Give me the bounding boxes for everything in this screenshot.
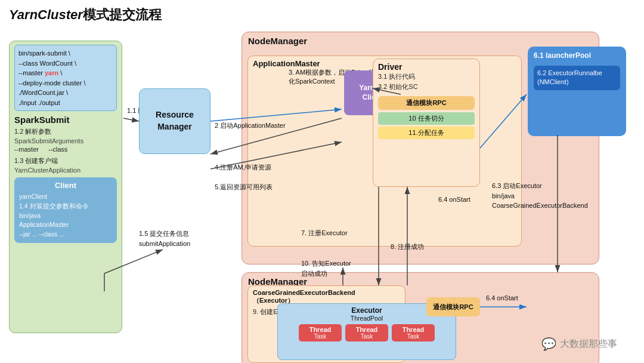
launcher-label: 6.1 launcherPool bbox=[534, 51, 620, 60]
thread-text-1: Thread bbox=[299, 326, 342, 333]
step1-4-detail: bin/javaApplicationMaster--jar ... --cla… bbox=[19, 211, 112, 239]
resource-manager-box: ResourceManager bbox=[139, 88, 210, 154]
wechat-icon: 💬 bbox=[541, 337, 556, 351]
threads-row: Thread Task Thread Task Thread Task bbox=[281, 324, 452, 342]
step1-5-label: 1.5 提交任务信息submitApplication bbox=[139, 229, 190, 248]
watermark: 💬 大数据那些事 bbox=[541, 337, 617, 351]
param-class: --class bbox=[48, 146, 67, 153]
watermark-text: 大数据那些事 bbox=[560, 338, 617, 350]
svg-line-2 bbox=[123, 118, 139, 121]
cgeb-label: CoarseGrainedExecutorBackend（Executor） bbox=[253, 289, 400, 305]
cmd-line5: ./WordCount.jar \ bbox=[18, 88, 113, 98]
page-title: YarnCluster模式提交流程 bbox=[9, 6, 635, 24]
client-box: Client yarnClient 1.4 封装提交参数和命令 bin/java… bbox=[14, 177, 117, 243]
cmd-line2: --class WordCount \ bbox=[18, 59, 113, 69]
title-suffix: 模式提交流程 bbox=[83, 7, 162, 22]
step1-2-class: SparkSubmitArguments bbox=[14, 137, 117, 144]
diagram: bin/spark-submit \ --class WordCount \ -… bbox=[9, 29, 635, 363]
spark-submit-area: bin/spark-submit \ --class WordCount \ -… bbox=[9, 41, 122, 333]
thread-item-1: Thread Task bbox=[299, 324, 342, 342]
yarn-text: yarn bbox=[45, 69, 58, 76]
nm-label-top: NodeManager bbox=[248, 36, 593, 46]
thread-item-3: Thread Task bbox=[392, 324, 435, 342]
thread-item-2: Thread Task bbox=[345, 324, 388, 342]
task-text-2: Task bbox=[345, 333, 388, 340]
params-row: --master --class bbox=[14, 146, 117, 153]
task-assign-box: 11.分配任务 bbox=[378, 127, 475, 139]
executor-runnable-box: 6.2 ExecutorRunnalbe (NMClient) bbox=[534, 66, 620, 90]
thread-text-3: Thread bbox=[392, 326, 435, 333]
rm-label: ResourceManager bbox=[156, 109, 194, 133]
task-split-box: 10 任务切分 bbox=[378, 112, 475, 125]
title-prefix: YarnCluster bbox=[9, 7, 83, 22]
cmd-line3: --master yarn \ bbox=[18, 68, 113, 78]
step1-4: 1.4 封装提交参数和命令 bbox=[19, 202, 112, 211]
driver-label: Driver bbox=[378, 62, 475, 72]
step1-3-class: YarnClusterApplication bbox=[14, 167, 117, 174]
main-container: YarnCluster模式提交流程 bin/spark-submit \ --c… bbox=[0, 0, 644, 363]
spark-submit-label: SparkSubmit bbox=[14, 115, 117, 125]
rpc-bottom: 通信模块RPC bbox=[426, 297, 480, 316]
thread-text-2: Thread bbox=[345, 326, 388, 333]
param-master: --master bbox=[14, 146, 39, 153]
step1-2: 1.2 解析参数 bbox=[14, 127, 117, 136]
cmd-line4: --deploy-mode cluster \ bbox=[18, 78, 113, 88]
cmd-line6: ./input ./output bbox=[18, 98, 113, 108]
yarn-client: yarnClient bbox=[19, 192, 112, 202]
launcher-box: 6.1 launcherPool 6.2 ExecutorRunnalbe (N… bbox=[528, 47, 626, 136]
driver-box: Driver 3.1 执行代码 3.2 初始化SC 通信模块RPC 10 任务切… bbox=[373, 59, 480, 187]
task-text-1: Task bbox=[299, 333, 342, 340]
task-text-3: Task bbox=[392, 333, 435, 340]
driver-step3-1: 3.1 执行代码 bbox=[378, 72, 475, 82]
client-label: Client bbox=[19, 181, 112, 190]
step1-3: 1.3 创建客户端 bbox=[14, 156, 117, 165]
cmd-line1: bin/spark-submit \ bbox=[18, 48, 113, 59]
command-box: bin/spark-submit \ --class WordCount \ -… bbox=[14, 45, 117, 111]
rpc-box-driver: 通信模块RPC bbox=[378, 96, 475, 110]
executor-runnable-text: 6.2 ExecutorRunnalbe (NMClient) bbox=[537, 69, 602, 85]
threadpool-label: ThreadPool bbox=[281, 315, 452, 322]
driver-step3-2: 3.2 初始化SC bbox=[378, 82, 475, 92]
